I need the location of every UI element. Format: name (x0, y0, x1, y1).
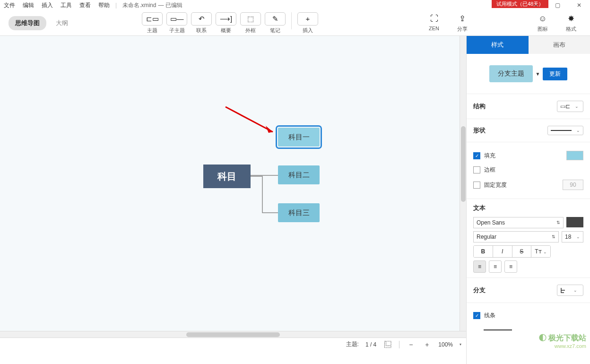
tool-icons[interactable]: ☺ 图标 (533, 14, 552, 33)
align-right-button[interactable]: ≡ (504, 260, 517, 273)
fill-label: 填充 (484, 152, 495, 160)
map-icon[interactable]: ⿺ (383, 341, 392, 348)
status-bar: 主题: 1 / 4 ⿺ − + 100% ▾ (0, 338, 466, 351)
tool-subtopic[interactable]: ▭— 子主题 (166, 12, 187, 34)
window-minimize-button[interactable]: ─ (525, 0, 547, 10)
menu-help[interactable]: 帮助 (95, 0, 113, 11)
zoom-dropdown-icon[interactable]: ▾ (460, 342, 461, 347)
plus-icon: + (306, 15, 310, 23)
menu-view[interactable]: 查看 (76, 0, 95, 11)
branch-icon (560, 287, 569, 294)
shape-line-icon (551, 130, 572, 131)
status-topic-label: 主题: (346, 340, 359, 348)
smiley-icon: ☺ (533, 14, 552, 24)
share-icon: ⇪ (453, 14, 472, 24)
topic-type-select[interactable]: 分支主题 (489, 65, 533, 82)
tool-notes[interactable]: ✎ 笔记 (265, 12, 286, 34)
structure-icon: ▭⊏ (560, 103, 570, 110)
zoom-in-button[interactable]: + (422, 341, 432, 348)
subtopic-1[interactable]: 科目一 (278, 128, 320, 147)
update-button[interactable]: 更新 (543, 68, 567, 80)
line-label: 线条 (484, 312, 495, 320)
zoom-out-button[interactable]: − (406, 341, 416, 348)
menu-separator: | (113, 2, 119, 9)
zen-icon: ⛶ (425, 14, 443, 24)
chevron-down-icon: ⌄ (575, 104, 579, 109)
tool-topic[interactable]: ⊏▭ 主题 (142, 12, 163, 34)
menu-file[interactable]: 文件 (0, 0, 19, 11)
border-checkbox[interactable] (473, 166, 480, 173)
font-family-select[interactable]: Open Sans ⇅ (473, 217, 564, 228)
menu-insert[interactable]: 插入 (38, 0, 57, 11)
summary-icon: ⟶] (220, 15, 232, 23)
brush-icon: ✸ (562, 14, 581, 24)
notes-icon: ✎ (272, 15, 278, 23)
central-topic[interactable]: 科目 (203, 165, 251, 188)
tab-mindmap[interactable]: 思维导图 (9, 16, 46, 30)
tool-format[interactable]: ✸ 格式 (562, 14, 581, 33)
vertical-scrollbar[interactable] (460, 36, 466, 338)
horizontal-scrollbar[interactable] (0, 331, 466, 338)
format-panel: 样式 画布 分支主题 ▼ 更新 结构 ▭⊏ ⌄ 形状 ⌄ ✓ 填充 边框 (466, 36, 590, 364)
boundary-icon: ⬚ (247, 15, 254, 23)
font-weight-select[interactable]: Regular ⇅ (473, 231, 559, 243)
chevron-down-icon: ⌄ (573, 288, 577, 293)
align-left-button[interactable]: ≡ (473, 260, 486, 273)
window-maximize-button[interactable]: ▢ (547, 0, 568, 10)
strikethrough-button[interactable]: S (512, 246, 532, 257)
canvas[interactable]: path d="M0 87 L25 87 L25 4 L58 4" /> 科目 … (0, 36, 466, 351)
updown-icon: ⇅ (552, 234, 555, 239)
shape-select[interactable]: ⌄ (547, 126, 583, 135)
topic-icon: ⊏▭ (146, 15, 159, 23)
status-topic-count: 1 / 4 (365, 341, 376, 348)
text-heading: 文本 (467, 199, 590, 215)
branch-label: 分支 (473, 286, 486, 295)
structure-select[interactable]: ▭⊏ ⌄ (557, 101, 583, 112)
tool-summary[interactable]: ⟶] 概要 (216, 12, 236, 34)
tool-zen[interactable]: ⛶ ZEN (425, 14, 443, 33)
document-state: — 已编辑 (156, 1, 182, 9)
fixed-width-input[interactable] (563, 180, 583, 190)
text-color-swatch[interactable] (566, 217, 583, 227)
fill-color-swatch[interactable] (566, 151, 583, 160)
tool-share[interactable]: ⇪ 分享 (453, 14, 472, 33)
chevron-down-icon: ⌄ (576, 128, 580, 133)
svg-marker-1 (266, 126, 273, 133)
tool-insert[interactable]: + 插入 (297, 12, 318, 34)
svg-line-0 (226, 107, 273, 132)
font-size-select[interactable]: 18 ⌄ (562, 231, 583, 243)
italic-button[interactable]: I (493, 246, 512, 257)
updown-icon: ⇅ (556, 220, 560, 225)
menu-tools[interactable]: 工具 (57, 0, 76, 11)
menu-edit[interactable]: 编辑 (19, 0, 38, 11)
panel-tab-canvas[interactable]: 画布 (529, 36, 590, 54)
relationship-icon: ↶ (199, 15, 205, 23)
text-case-button[interactable]: Tᴛ ⌄ (531, 246, 550, 257)
bold-button[interactable]: B (474, 246, 493, 257)
subtopic-2[interactable]: 科目二 (278, 165, 320, 184)
document-name: 未命名.xmind (119, 1, 156, 9)
chevron-down-icon: ⌄ (576, 234, 580, 239)
tool-boundary[interactable]: ⬚ 外框 (240, 12, 261, 34)
shape-label: 形状 (473, 126, 486, 135)
chevron-down-icon[interactable]: ▼ (536, 71, 540, 77)
fill-checkbox[interactable]: ✓ (473, 152, 480, 159)
branch-select[interactable]: ⌄ (557, 285, 583, 296)
zoom-level[interactable]: 100% (438, 341, 453, 348)
subtopic-icon: ▭— (170, 15, 184, 23)
line-checkbox[interactable]: ✓ (473, 312, 480, 319)
fixed-width-label: 固定宽度 (484, 181, 507, 189)
align-center-button[interactable]: ≡ (489, 260, 502, 273)
border-label: 边框 (484, 166, 495, 174)
structure-label: 结构 (473, 102, 486, 111)
line-preview (484, 329, 512, 330)
window-close-button[interactable]: ✕ (568, 0, 590, 10)
tab-outline[interactable]: 大纲 (49, 16, 75, 30)
panel-tab-style[interactable]: 样式 (467, 36, 529, 54)
tool-relationship[interactable]: ↶ 联系 (191, 12, 212, 34)
subtopic-3[interactable]: 科目三 (278, 203, 320, 222)
fixed-width-checkbox[interactable] (473, 182, 480, 189)
